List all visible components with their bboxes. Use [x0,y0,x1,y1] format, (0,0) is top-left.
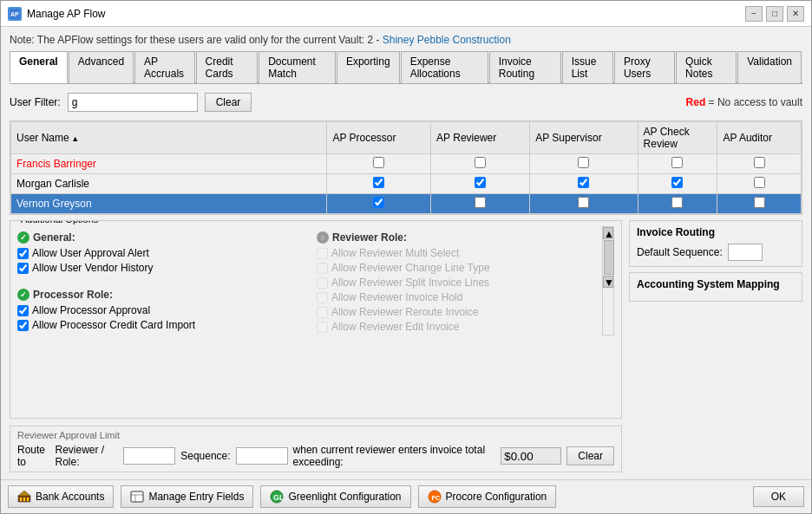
tab-exporting[interactable]: Exporting [337,51,400,83]
reviewer-split-check[interactable] [317,277,328,289]
ap-auditor-check[interactable] [754,197,765,208]
option-reviewer-reroute: Allow Reviewer Reroute Invoice [317,306,599,318]
tab-proxy-users[interactable]: Proxy Users [614,51,675,83]
reviewer-role-header: ○ Reviewer Role: [317,231,599,244]
ap-supervisor-check[interactable] [578,197,589,208]
tab-document-match[interactable]: Document Match [259,51,336,83]
filter-clear-button[interactable]: Clear [205,93,252,112]
ap-auditor-cell[interactable] [717,174,802,194]
tab-invoice-routing[interactable]: Invoice Routing [489,51,561,83]
user-vendor-history-label: Allow User Vendor History [32,262,153,274]
user-name: Vernon Greyson [11,194,327,214]
tab-expense-allocations[interactable]: Expense Allocations [401,51,488,83]
default-seq-input[interactable] [728,244,763,261]
ap-reviewer-cell[interactable] [431,174,530,194]
title-bar: AP Manage AP Flow − □ ✕ [1,1,811,27]
svg-rect-4 [20,498,22,501]
table-row[interactable]: Francis Barringer [11,154,802,174]
maximize-button[interactable]: □ [766,6,783,22]
title-bar-left: AP Manage AP Flow [8,7,106,21]
reviewer-multi-select-check[interactable] [317,248,328,259]
options-scrollbar[interactable]: ▲ ▼ [602,226,614,335]
ap-processor-check[interactable] [373,157,384,168]
ap-reviewer-cell[interactable] [431,154,530,174]
close-button[interactable]: ✕ [787,6,804,22]
ap-check-review-check[interactable] [671,197,683,208]
scroll-down-btn[interactable]: ▼ [603,276,613,288]
ap-check-review-cell[interactable] [638,174,717,194]
reviewer-edit-check[interactable] [317,322,328,333]
ap-supervisor-cell[interactable] [530,174,638,194]
procore-configuration-button[interactable]: PC Procore Configuration [418,485,557,508]
svg-marker-3 [18,491,30,496]
legend: Red = No access to vault [686,96,802,108]
default-seq-label: Default Sequence: [637,246,723,258]
tab-quick-notes[interactable]: Quick Notes [676,51,737,83]
table-row[interactable]: Morgan Carlisle [11,174,802,194]
manage-entry-fields-button[interactable]: Manage Entry Fields [121,485,253,508]
ap-supervisor-check[interactable] [578,177,589,188]
user-vendor-history-check[interactable] [17,263,29,274]
bank-icon [17,490,31,504]
tab-advanced[interactable]: Advanced [69,51,134,83]
ap-auditor-check[interactable] [754,177,765,188]
tab-issue-list[interactable]: Issue List [562,51,613,83]
processor-approval-check[interactable] [17,305,29,316]
ap-reviewer-cell[interactable] [431,194,530,214]
user-filter-input[interactable] [68,93,198,112]
ap-processor-cell[interactable] [327,174,431,194]
ap-check-review-cell[interactable] [638,194,717,214]
ap-processor-check[interactable] [373,177,384,188]
col-ap-processor: AP Processor [327,122,431,154]
ap-supervisor-cell[interactable] [530,194,638,214]
option-reviewer-invoice-hold: Allow Reviewer Invoice Hold [317,291,599,303]
ap-processor-check[interactable] [373,197,384,208]
reviewer-change-line-check[interactable] [317,263,328,274]
options-general-col: ✓ General: Allow User Approval Alert [17,231,299,335]
col-username[interactable]: User Name [11,122,327,154]
ap-processor-cell[interactable] [327,154,431,174]
app-icon: AP [8,7,22,21]
reviewer-invoice-hold-check[interactable] [317,292,328,303]
processor-credit-card-check[interactable] [17,320,29,331]
ok-button[interactable]: OK [753,486,804,507]
default-seq-row: Default Sequence: [637,244,795,261]
ap-auditor-cell[interactable] [717,154,802,174]
ap-supervisor-cell[interactable] [530,154,638,174]
vault-name: Shiney Pebble Construction [383,34,511,46]
ap-auditor-check[interactable] [754,157,765,168]
ap-check-review-check[interactable] [671,157,683,168]
scroll-thumb[interactable] [604,240,614,275]
ap-reviewer-check[interactable] [475,177,486,188]
ap-auditor-cell[interactable] [717,194,802,214]
table-row[interactable]: Vernon Greyson [11,194,802,214]
reviewer-role-input[interactable] [123,447,175,465]
ap-reviewer-check[interactable] [475,197,486,208]
scroll-up-btn[interactable]: ▲ [603,227,613,239]
user-approval-alert-check[interactable] [17,248,29,259]
tab-general[interactable]: General [10,51,68,83]
tab-ap-accruals[interactable]: AP Accruals [134,51,194,83]
ap-reviewer-check[interactable] [475,157,486,168]
svg-rect-5 [23,498,25,501]
additional-options: Additional Options ✓ General: [10,220,622,419]
amount-input[interactable] [501,447,561,465]
minimize-button[interactable]: − [745,6,763,22]
reviewer-invoice-hold-label: Allow Reviewer Invoice Hold [331,291,462,303]
reviewer-reroute-check[interactable] [317,307,328,318]
ap-supervisor-check[interactable] [578,157,589,168]
ap-processor-cell[interactable] [327,194,431,214]
greenlight-configuration-button[interactable]: GL Greenlight Configuration [260,485,410,508]
sequence-input[interactable] [236,447,288,465]
bank-accounts-button[interactable]: Bank Accounts [8,485,114,508]
tab-credit-cards[interactable]: Credit Cards [196,51,259,83]
reviewer-approval-clear-button[interactable]: Clear [566,446,614,465]
ap-check-review-check[interactable] [671,177,683,188]
processor-title: Processor Role: [33,289,113,301]
svg-text:GL: GL [273,493,284,502]
ap-check-review-cell[interactable] [638,154,717,174]
tab-validation[interactable]: Validation [737,51,802,83]
fields-icon [130,490,144,504]
col-ap-supervisor: AP Supervisor [530,122,638,154]
general-status-icon: ✓ [17,231,29,244]
